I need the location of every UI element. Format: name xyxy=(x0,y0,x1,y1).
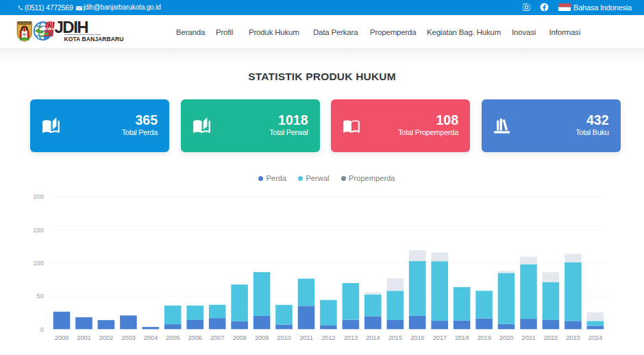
svg-text:2017: 2017 xyxy=(433,334,447,341)
svg-text:2005: 2005 xyxy=(166,334,179,341)
svg-text:2022: 2022 xyxy=(544,334,558,341)
svg-text:2019: 2019 xyxy=(477,334,491,341)
svg-text:0: 0 xyxy=(40,326,44,333)
svg-text:2020: 2020 xyxy=(499,334,513,341)
svg-text:2023: 2023 xyxy=(566,334,580,341)
svg-text:2001: 2001 xyxy=(77,334,90,341)
svg-text:2008: 2008 xyxy=(232,334,246,341)
svg-text:2024: 2024 xyxy=(589,334,602,341)
svg-text:100: 100 xyxy=(33,259,44,267)
svg-text:2015: 2015 xyxy=(388,334,402,341)
svg-text:2009: 2009 xyxy=(255,334,269,341)
svg-text:2000: 2000 xyxy=(55,334,69,341)
svg-text:50: 50 xyxy=(36,292,44,299)
svg-text:2014: 2014 xyxy=(366,334,380,341)
svg-text:2021: 2021 xyxy=(521,334,535,341)
svg-text:200: 200 xyxy=(33,193,44,200)
svg-text:2012: 2012 xyxy=(321,334,335,341)
svg-text:150: 150 xyxy=(33,226,44,234)
svg-text:2013: 2013 xyxy=(344,334,358,341)
svg-text:2006: 2006 xyxy=(188,334,202,341)
svg-text:2010: 2010 xyxy=(277,334,290,341)
svg-text:2003: 2003 xyxy=(121,334,135,341)
svg-text:2002: 2002 xyxy=(99,334,113,341)
svg-text:2004: 2004 xyxy=(144,334,158,341)
svg-text:2016: 2016 xyxy=(410,334,424,341)
svg-text:2007: 2007 xyxy=(210,334,224,341)
svg-text:2011: 2011 xyxy=(299,334,313,341)
svg-text:2018: 2018 xyxy=(455,334,469,341)
